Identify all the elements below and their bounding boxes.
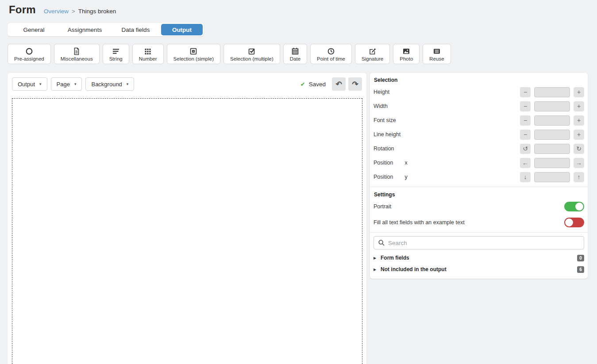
check-icon: ✔ xyxy=(300,81,305,88)
dropdown-label: Background xyxy=(91,81,122,88)
list-box-icon xyxy=(433,47,441,55)
tab-assignments[interactable]: Assignments xyxy=(59,24,110,35)
group-label: Not included in the output xyxy=(381,266,574,272)
inspector-row-position-y: Position y ↓ ↑ xyxy=(374,170,584,184)
position-label: Position xyxy=(374,160,393,166)
position-label: Position xyxy=(374,174,393,180)
increase-width-button[interactable]: + xyxy=(574,101,584,111)
add-miscellaneous-button[interactable]: Miscellaneous xyxy=(54,44,100,64)
type-label: Point of time xyxy=(317,56,345,61)
type-label: Signature xyxy=(362,56,383,61)
add-photo-button[interactable]: Photo xyxy=(393,44,420,64)
add-pre-assigned-button[interactable]: Pre-assigned xyxy=(8,44,51,64)
line-height-label: Line height xyxy=(374,131,401,138)
portrait-label: Portrait xyxy=(374,203,564,210)
add-selection-simple-button[interactable]: Selection (simple) xyxy=(167,44,220,64)
main-content: Output ▾ Page ▾ Background ▾ ✔ Saved ↶ ↷… xyxy=(8,73,588,364)
type-label: String xyxy=(109,56,123,61)
position-x-input[interactable] xyxy=(534,158,570,168)
settings-section-title: Settings xyxy=(374,192,584,198)
move-up-button[interactable]: ↑ xyxy=(574,172,584,182)
search-box xyxy=(374,236,584,249)
circle-outline-icon xyxy=(25,47,33,55)
inspector-row-font-size: Font size − + xyxy=(374,113,584,127)
rotate-ccw-button[interactable]: ↺ xyxy=(520,144,531,154)
add-point-of-time-button[interactable]: Point of time xyxy=(310,44,352,64)
dropdown-label: Output xyxy=(18,81,35,88)
toggle-knob xyxy=(565,218,573,226)
output-canvas[interactable] xyxy=(12,98,362,364)
toggle-knob xyxy=(575,203,583,211)
tab-data-fields[interactable]: Data fields xyxy=(110,24,161,35)
line-height-input[interactable] xyxy=(534,130,570,140)
breadcrumb-separator: > xyxy=(72,8,75,15)
undo-button[interactable]: ↶ xyxy=(332,77,346,91)
add-string-button[interactable]: String xyxy=(103,44,129,64)
height-label: Height xyxy=(374,89,389,95)
count-badge: 0 xyxy=(577,255,584,261)
settings-section: Settings Portrait Fill all text fields w… xyxy=(370,187,588,232)
inspector-row-line-height: Line height − + xyxy=(374,127,584,142)
portrait-setting-row: Portrait xyxy=(374,199,584,215)
tab-general[interactable]: General xyxy=(8,24,59,35)
decrease-height-button[interactable]: − xyxy=(520,87,531,97)
chevron-down-icon: ▾ xyxy=(74,82,77,86)
tab-output[interactable]: Output xyxy=(161,24,203,35)
rotate-cw-button[interactable]: ↻ xyxy=(574,144,584,154)
checkbox-icon xyxy=(248,47,256,55)
type-label: Photo xyxy=(400,56,413,61)
rotation-input[interactable] xyxy=(534,144,570,154)
add-number-button[interactable]: Number xyxy=(132,44,164,64)
type-label: Date xyxy=(290,56,300,61)
dropdown-label: Page xyxy=(57,81,70,88)
image-icon xyxy=(402,47,410,55)
inspector-panel: Selection Height − + Width − + Font size… xyxy=(370,73,588,279)
increase-line-height-button[interactable]: + xyxy=(574,130,584,140)
redo-button[interactable]: ↷ xyxy=(348,77,362,91)
group-form-fields[interactable]: ▶ Form fields 0 xyxy=(374,252,584,264)
output-dropdown[interactable]: Output ▾ xyxy=(12,77,47,91)
increase-height-button[interactable]: + xyxy=(574,87,584,97)
count-badge: 6 xyxy=(577,266,584,273)
chevron-down-icon: ▾ xyxy=(127,82,129,86)
example-text-label: Fill all text fields with an example tex… xyxy=(374,219,564,226)
move-left-button[interactable]: ← xyxy=(520,158,531,168)
background-dropdown[interactable]: Background ▾ xyxy=(85,77,134,91)
page-title: Form xyxy=(9,4,36,16)
example-text-toggle[interactable] xyxy=(564,218,584,227)
height-input[interactable] xyxy=(534,87,570,97)
add-signature-button[interactable]: Signature xyxy=(355,44,390,64)
decrease-font-size-button[interactable]: − xyxy=(520,115,531,126)
search-icon xyxy=(378,239,385,246)
redo-icon: ↷ xyxy=(352,80,358,88)
selection-section: Selection Height − + Width − + Font size… xyxy=(370,73,588,187)
clock-icon xyxy=(327,47,335,55)
text-lines-icon xyxy=(112,47,120,55)
inspector-row-width: Width − + xyxy=(374,99,584,113)
canvas-toolbar: Output ▾ Page ▾ Background ▾ ✔ Saved ↶ ↷ xyxy=(8,73,366,95)
inspector-row-rotation: Rotation ↺ ↻ xyxy=(374,142,584,156)
move-down-button[interactable]: ↓ xyxy=(520,172,531,182)
font-size-label: Font size xyxy=(374,117,396,123)
breadcrumb-overview-link[interactable]: Overview xyxy=(44,8,69,15)
decrease-width-button[interactable]: − xyxy=(520,101,531,111)
font-size-input[interactable] xyxy=(534,115,570,126)
type-label: Selection (simple) xyxy=(173,56,214,61)
add-selection-multiple-button[interactable]: Selection (multiple) xyxy=(223,44,280,64)
portrait-toggle[interactable] xyxy=(564,202,584,211)
form-tabs: General Assignments Data fields Output xyxy=(8,23,204,36)
field-groups: ▶ Form fields 0 ▶ Not included in the ou… xyxy=(370,250,588,276)
position-y-input[interactable] xyxy=(534,172,570,182)
add-reuse-button[interactable]: Reuse xyxy=(423,44,451,64)
page-dropdown[interactable]: Page ▾ xyxy=(51,77,82,91)
rotation-label: Rotation xyxy=(374,146,394,152)
add-date-button[interactable]: Date xyxy=(283,44,307,64)
group-not-included[interactable]: ▶ Not included in the output 6 xyxy=(374,264,584,275)
move-right-button[interactable]: → xyxy=(574,158,584,168)
search-input[interactable] xyxy=(374,236,584,249)
type-label: Number xyxy=(139,56,157,61)
width-input[interactable] xyxy=(534,101,570,111)
dropdown-box-icon xyxy=(189,47,197,55)
decrease-line-height-button[interactable]: − xyxy=(520,130,531,140)
increase-font-size-button[interactable]: + xyxy=(574,115,584,126)
